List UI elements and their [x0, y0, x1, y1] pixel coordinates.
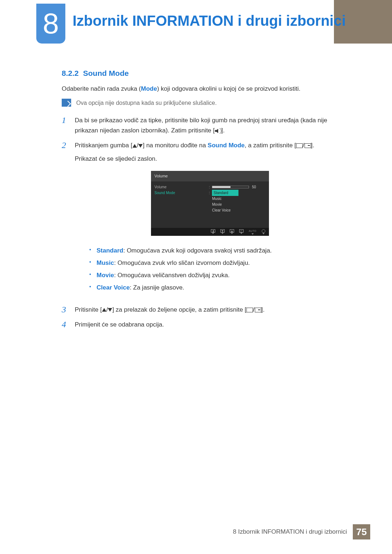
osd-option-clearvoice: Clear Voice [212, 207, 230, 213]
osd-title: Volume [151, 171, 269, 181]
section-heading: 8.2.2Sound Mode [62, 69, 345, 78]
chapter-number-badge: 8 [36, 4, 65, 44]
osd-soundmode-row: Sound Mode : Standard [155, 190, 265, 196]
osd-footer: AUTO [151, 228, 269, 236]
content-area: 8.2.2Sound Mode Odaberite način rada zvu… [62, 69, 345, 335]
osd-option-standard: Standard [212, 190, 238, 196]
bullet-standard-text: : Omogućava zvuk koji odgovara svakoj vr… [123, 247, 272, 254]
osd-auto-label: AUTO [249, 229, 256, 235]
sound-mode-keyword: Sound Mode [208, 142, 245, 149]
note-text: Ova opcija nije dostupna kada su priklju… [76, 99, 217, 107]
step-3-c: ]. [261, 306, 265, 313]
section-title: Sound Mode [83, 69, 129, 77]
step-1: 1 Da bi se prikazao vodič za tipke, prit… [62, 115, 345, 136]
step-2-text: Pritiskanjem gumba [ / ] na monitoru dođ… [75, 140, 345, 300]
intro-pre: Odaberite način rada zvuka ( [62, 85, 141, 92]
bullet-music-text: : Omogućava zvuk vrlo sličan izvornom do… [114, 259, 250, 266]
osd-nav-up-icon [230, 229, 234, 234]
osd-volume-label: Volume [155, 184, 209, 190]
osd-nav-left-icon [211, 229, 215, 234]
section-number: 8.2.2 [62, 69, 79, 77]
bullet-clearvoice: Clear Voice: Za jasnije glasove. [89, 282, 345, 294]
step-3: 3 Pritisnite [ / ] za prelazak do željen… [62, 305, 345, 315]
osd-panel: Volume Volume : 50 Sound Mode : Standard [151, 171, 269, 236]
speaker-icon [215, 128, 221, 134]
step-number: 2 [62, 140, 68, 150]
bullet-standard-label: Standard [97, 247, 123, 254]
intro-paragraph: Odaberite način rada zvuka (Mode) koji o… [62, 84, 345, 94]
mode-descriptions: Standard: Omogućava zvuk koji odgovara s… [89, 245, 345, 294]
step-2: 2 Pritiskanjem gumba [ / ] na monitoru d… [62, 140, 345, 300]
osd-option-row: : Clear Voice [155, 208, 265, 213]
step-4: 4 Primijenit će se odabrana opcija. [62, 320, 345, 330]
bullet-clearvoice-text: : Za jasnije glasove. [130, 284, 184, 291]
bullet-movie: Movie: Omogućava veličanstven doživljaj … [89, 269, 345, 282]
step-3-text: Pritisnite [ / ] za prelazak do željene … [75, 305, 345, 315]
chapter-title: Izbornik INFORMATION i drugi izbornici [73, 13, 346, 29]
osd-option-row: : Movie [155, 202, 265, 208]
intro-post: ) koji odgovara okolini u kojoj će se pr… [157, 85, 301, 92]
bullet-music-label: Music [97, 259, 114, 266]
osd-nav-down-icon [220, 229, 225, 234]
intro-mode-keyword: Mode [141, 85, 157, 92]
up-down-icon: / [102, 305, 113, 315]
step-2-a: Pritiskanjem gumba [ [75, 142, 132, 149]
osd-enter-icon [239, 229, 244, 234]
bullet-music: Music: Omogućava zvuk vrlo sličan izvorn… [89, 257, 345, 269]
step-3-b: ] za prelazak do željene opcije, a zatim… [112, 306, 246, 313]
osd-option-movie: Movie [212, 201, 222, 208]
osd-soundmode-label: Sound Mode [155, 190, 209, 196]
step-4-text: Primijenit će se odabrana opcija. [75, 320, 345, 330]
step-2-b: ] na monitoru dođite na [143, 142, 208, 149]
osd-volume-row: Volume : 50 [155, 184, 265, 190]
menu-enter-icon: / [246, 305, 261, 315]
step-number: 1 [62, 115, 68, 125]
step-number: 3 [62, 305, 68, 315]
note-icon [62, 99, 71, 107]
osd-power-icon [262, 229, 265, 234]
step-2-after: Prikazat će se sljedeći zaslon. [75, 154, 345, 164]
osd-volume-slider [212, 186, 249, 188]
page-footer: 8 Izbornik INFORMATION i drugi izbornici… [233, 524, 370, 539]
osd-volume-value: 50 [252, 184, 256, 190]
menu-enter-icon: / [296, 140, 311, 151]
osd-option-music: Music [212, 196, 221, 202]
osd-body: Volume : 50 Sound Mode : Standard [151, 181, 269, 228]
bullet-clearvoice-label: Clear Voice [97, 284, 130, 291]
footer-text: 8 Izbornik INFORMATION i drugi izbornici [233, 528, 347, 535]
page: 8 Izbornik INFORMATION i drugi izbornici… [0, 0, 392, 554]
step-3-a: Pritisnite [ [75, 306, 102, 313]
step-1-body: Da bi se prikazao vodič za tipke, pritis… [75, 117, 327, 134]
step-1-text: Da bi se prikazao vodič za tipke, pritis… [75, 115, 345, 136]
step-1-end: ]. [221, 127, 225, 134]
note-row: Ova opcija nije dostupna kada su priklju… [62, 99, 345, 107]
bullet-movie-text: : Omogućava veličanstven doživljaj zvuka… [114, 272, 229, 279]
step-2-c: , a zatim pritisnite [ [245, 142, 296, 149]
bullet-movie-label: Movie [97, 272, 114, 279]
osd-option-row: : Music [155, 196, 265, 202]
page-number: 75 [353, 524, 370, 539]
bullet-standard: Standard: Omogućava zvuk koji odgovara s… [89, 245, 345, 257]
step-number: 4 [62, 320, 68, 329]
step-2-d: ]. [311, 142, 314, 149]
up-down-icon: / [132, 140, 143, 151]
